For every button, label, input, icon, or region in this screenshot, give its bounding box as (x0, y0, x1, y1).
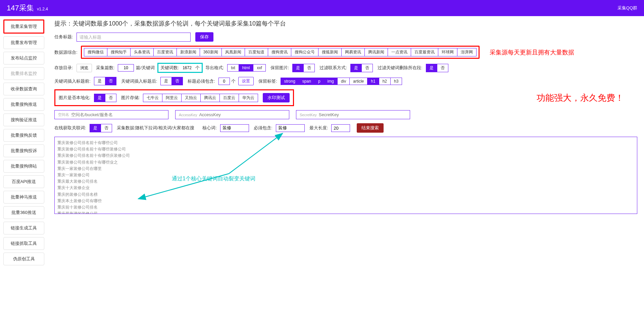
keeptags-group-opt-3[interactable]: img (324, 78, 338, 85)
access-key-input[interactable] (199, 112, 286, 117)
datasource-group-opt-7[interactable]: 百度知道 (245, 48, 268, 56)
datasource-group-opt-0[interactable]: 搜狗微信 (84, 48, 107, 56)
imagelocal-group-opt-0[interactable]: 是 (94, 94, 105, 102)
onlinekw-group-opt-0[interactable]: 是 (90, 124, 101, 132)
title-must-input[interactable] (218, 78, 230, 85)
sidebar-item-3[interactable]: 批量排名监控 (3, 67, 44, 80)
keeptags-group-opt-1[interactable]: span (299, 78, 315, 85)
saveimg-group-opt-0[interactable]: 是 (293, 64, 304, 72)
filter-contact-label: 过滤联系方式: (319, 65, 347, 71)
count-unit: 篇/关键词 (136, 65, 155, 71)
imagestorage-group-opt-1[interactable]: 阿里云 (162, 94, 182, 102)
sidebar-item-2[interactable]: 发布站点监控 (3, 52, 44, 64)
result-textarea[interactable]: 重庆装修公司排名前十有哪些公司重庆装修公司排名前十有哪些装修公司重庆装修公司排名… (54, 137, 637, 214)
sidebar-item-15[interactable]: 伪原创工具 (3, 253, 44, 265)
keeptags-group-opt-7[interactable]: h2 (379, 78, 391, 85)
insertafter-group-opt-1[interactable]: 否 (172, 77, 183, 85)
sidebar-item-14[interactable]: 链接抓取工具 (3, 237, 44, 250)
keeptags-group-opt-2[interactable]: p (315, 78, 324, 85)
count-label: 采集篇数: (96, 65, 115, 71)
image-local-toggle: 是否 (94, 94, 116, 102)
image-local-label: 图片是否本地化: (59, 95, 91, 101)
watermark-button[interactable]: 水印测试 (263, 93, 290, 102)
sidebar-item-8[interactable]: 批量搜狗投诉 (3, 144, 44, 157)
keeptags-group-opt-4[interactable]: div (338, 78, 350, 85)
imagelocal-group-opt-1[interactable]: 否 (105, 94, 116, 102)
datasource-group-opt-10[interactable]: 搜狐新闻 (318, 48, 342, 56)
filterkw-group-opt-0[interactable]: 是 (426, 64, 437, 72)
sidebar-item-13[interactable]: 链接生成工具 (3, 222, 44, 234)
export-group-opt-1[interactable]: html (239, 64, 254, 71)
online-source-label: 采集数据:随机下拉词/相关词/大家都在搜 (117, 125, 195, 131)
imagestorage-group-opt-5[interactable]: 华为云 (239, 94, 258, 102)
imagestorage-group-opt-3[interactable]: 腾讯云 (201, 94, 220, 102)
result-line-7: 重庆十大装修企业 (57, 185, 634, 191)
export-group-opt-2[interactable]: xxf (253, 64, 265, 71)
insertbefore-group-opt-0[interactable]: 是 (94, 77, 105, 85)
keeptags-group-opt-5[interactable]: article (350, 78, 367, 85)
secret-key-field[interactable]: SecretKey (296, 110, 410, 119)
settings-button[interactable]: 设置 (238, 77, 254, 85)
datasource-group-opt-16[interactable]: 澎湃网 (457, 48, 476, 56)
sidebar-item-10[interactable]: 百度API推送 (3, 175, 44, 188)
datasource-group-opt-13[interactable]: 一点资讯 (388, 48, 411, 56)
datasource-group-opt-3[interactable]: 百度资讯 (154, 48, 177, 56)
sidebar-item-11[interactable]: 批量神马推送 (3, 191, 44, 204)
core-word-input[interactable] (220, 124, 249, 132)
export-group-opt-0[interactable]: txt (228, 64, 239, 71)
save-button[interactable]: 保存 (195, 32, 213, 42)
datasource-group-opt-5[interactable]: 360新闻 (200, 48, 222, 56)
app-header: 147采集 v1.2.4 采集QQ群 (0, 0, 644, 16)
saveimg-group-opt-1[interactable]: 否 (304, 64, 314, 72)
sidebar-item-5[interactable]: 批量搜狗推送 (3, 98, 44, 111)
secret-key-prefix: SecretKey (300, 113, 317, 117)
imagestorage-group-opt-4[interactable]: 百度云 (220, 94, 239, 102)
datasource-group-opt-15[interactable]: 环球网 (438, 48, 457, 56)
datasource-group-opt-9[interactable]: 搜狗公众号 (291, 48, 318, 56)
keyword-count-input[interactable] (181, 64, 194, 71)
task-title-input[interactable] (77, 33, 191, 42)
datasource-group-opt-11[interactable]: 网易资讯 (342, 48, 365, 56)
insertbefore-group-opt-1[interactable]: 否 (105, 77, 116, 85)
keeptags-group-opt-8[interactable]: h3 (391, 78, 402, 85)
must-contain-input[interactable] (276, 124, 305, 132)
sidebar-item-9[interactable]: 批量搜狗绑站 (3, 160, 44, 173)
sidebar-item-7[interactable]: 批量搜狗反馈 (3, 129, 44, 142)
datasource-group-opt-4[interactable]: 新浪新闻 (177, 48, 200, 56)
app-version: v1.2.4 (37, 7, 48, 11)
datasource-group-opt-12[interactable]: 腾讯新闻 (365, 48, 388, 56)
feature-annotation: 功能强大，永久免费！ (537, 92, 624, 104)
sidebar-item-6[interactable]: 搜狗验证推送 (3, 114, 44, 126)
filtercontact-group-opt-1[interactable]: 否 (362, 64, 373, 72)
keyword-split-annotation: 通过1个核心关键词自动裂变关键词 (172, 175, 255, 182)
sidebar-item-1[interactable]: 批量发布管理 (3, 36, 44, 49)
access-key-field[interactable]: AccessKey (175, 110, 289, 119)
datasource-group-opt-14[interactable]: 百度最资讯 (411, 48, 438, 56)
filtercontact-group-opt-0[interactable]: 是 (351, 64, 362, 72)
secret-key-input[interactable] (319, 112, 406, 117)
datasource-group-opt-8[interactable]: 搜狗资讯 (268, 48, 291, 56)
max-length-input[interactable] (331, 124, 350, 132)
space-name-field[interactable]: 空间名 (54, 110, 168, 119)
count-input[interactable] (118, 64, 134, 72)
imagestorage-group-opt-2[interactable]: 又拍云 (182, 94, 201, 102)
imagestorage-group-opt-0[interactable]: 七牛云 (143, 94, 162, 102)
main-content: 提示：关键词数最多1000个，采集数据源多个轮训，每个关键词最多采集10篇每个平… (48, 16, 644, 271)
keeptags-group-opt-0[interactable]: strong (281, 78, 299, 85)
end-search-button[interactable]: 结束搜索 (357, 123, 384, 133)
space-name-input[interactable] (71, 112, 165, 117)
sidebar-item-0[interactable]: 批量采集管理 (3, 19, 44, 34)
qq-group-link[interactable]: 采集QQ群 (617, 5, 637, 11)
sidebar-item-12[interactable]: 批量360推送 (3, 206, 44, 219)
app-title: 147采集 (7, 4, 34, 12)
keeptags-group-opt-6[interactable]: h1 (367, 78, 379, 85)
datasource-group-opt-2[interactable]: 头条资讯 (131, 48, 154, 56)
title-must-unit: 个 (231, 78, 236, 84)
datasource-group-opt-1[interactable]: 搜狗知乎 (107, 48, 131, 56)
onlinekw-group-opt-1[interactable]: 否 (101, 124, 112, 132)
filterkw-group-opt-1[interactable]: 否 (437, 64, 448, 72)
datasource-group-opt-6[interactable]: 凤凰新闻 (222, 48, 245, 56)
browse-button[interactable]: 浏览 (77, 64, 92, 72)
sidebar-item-4[interactable]: 收录数据查询 (3, 83, 44, 95)
insertafter-group-opt-0[interactable]: 是 (161, 77, 172, 85)
